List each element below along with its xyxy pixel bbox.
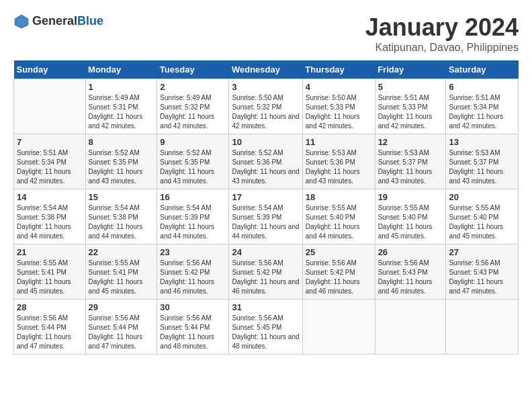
day-number: 19 xyxy=(378,192,443,202)
day-number: 30 xyxy=(160,302,226,312)
calendar-table: SundayMondayTuesdayWednesdayThursdayFrid… xyxy=(13,60,519,355)
calendar-cell: 4Sunrise: 5:50 AM Sunset: 5:33 PM Daylig… xyxy=(302,79,375,134)
calendar-week-row: 21Sunrise: 5:55 AM Sunset: 5:41 PM Dayli… xyxy=(14,244,519,300)
day-number: 21 xyxy=(17,247,83,257)
calendar-cell: 31Sunrise: 5:56 AM Sunset: 5:45 PM Dayli… xyxy=(229,300,302,355)
day-info: Sunrise: 5:54 AM Sunset: 5:39 PM Dayligh… xyxy=(160,203,226,241)
day-number: 15 xyxy=(89,192,154,202)
day-number: 8 xyxy=(89,137,154,147)
day-number: 12 xyxy=(378,137,443,147)
day-info: Sunrise: 5:55 AM Sunset: 5:40 PM Dayligh… xyxy=(306,203,372,241)
day-number: 18 xyxy=(306,192,372,202)
day-number: 11 xyxy=(306,137,372,147)
calendar-week-row: 28Sunrise: 5:56 AM Sunset: 5:44 PM Dayli… xyxy=(14,300,519,355)
day-info: Sunrise: 5:52 AM Sunset: 5:35 PM Dayligh… xyxy=(160,148,226,186)
day-info: Sunrise: 5:52 AM Sunset: 5:36 PM Dayligh… xyxy=(232,148,299,186)
day-header-friday: Friday xyxy=(375,60,446,79)
day-number: 23 xyxy=(160,247,226,257)
calendar-cell: 29Sunrise: 5:56 AM Sunset: 5:44 PM Dayli… xyxy=(85,300,157,355)
day-number: 4 xyxy=(306,82,372,92)
day-number: 5 xyxy=(378,82,443,92)
day-info: Sunrise: 5:56 AM Sunset: 5:43 PM Dayligh… xyxy=(449,259,515,296)
day-info: Sunrise: 5:52 AM Sunset: 5:35 PM Dayligh… xyxy=(89,148,154,186)
logo-text: GeneralBlue xyxy=(32,15,103,28)
calendar-cell: 9Sunrise: 5:52 AM Sunset: 5:35 PM Daylig… xyxy=(157,134,229,189)
calendar-cell: 28Sunrise: 5:56 AM Sunset: 5:44 PM Dayli… xyxy=(14,300,86,355)
calendar-cell: 13Sunrise: 5:53 AM Sunset: 5:37 PM Dayli… xyxy=(446,134,519,189)
day-number: 22 xyxy=(89,247,154,257)
calendar-cell: 27Sunrise: 5:56 AM Sunset: 5:43 PM Dayli… xyxy=(446,244,519,300)
calendar-cell: 18Sunrise: 5:55 AM Sunset: 5:40 PM Dayli… xyxy=(302,189,375,244)
day-number: 10 xyxy=(232,137,299,147)
day-info: Sunrise: 5:56 AM Sunset: 5:43 PM Dayligh… xyxy=(378,259,443,296)
calendar-cell: 21Sunrise: 5:55 AM Sunset: 5:41 PM Dayli… xyxy=(14,244,86,300)
day-info: Sunrise: 5:51 AM Sunset: 5:33 PM Dayligh… xyxy=(378,93,443,131)
day-info: Sunrise: 5:56 AM Sunset: 5:44 PM Dayligh… xyxy=(17,314,83,351)
calendar-cell: 19Sunrise: 5:55 AM Sunset: 5:40 PM Dayli… xyxy=(375,189,446,244)
calendar-cell: 25Sunrise: 5:56 AM Sunset: 5:42 PM Dayli… xyxy=(302,244,375,300)
calendar-week-row: 1Sunrise: 5:49 AM Sunset: 5:31 PM Daylig… xyxy=(14,79,519,134)
day-number: 14 xyxy=(17,192,83,202)
day-number: 16 xyxy=(160,192,226,202)
day-info: Sunrise: 5:56 AM Sunset: 5:45 PM Dayligh… xyxy=(232,314,299,351)
day-info: Sunrise: 5:50 AM Sunset: 5:32 PM Dayligh… xyxy=(232,93,299,131)
day-number: 7 xyxy=(17,137,83,147)
day-number: 26 xyxy=(378,247,443,257)
calendar-cell: 16Sunrise: 5:54 AM Sunset: 5:39 PM Dayli… xyxy=(157,189,229,244)
logo-icon xyxy=(13,13,30,30)
calendar-cell: 22Sunrise: 5:55 AM Sunset: 5:41 PM Dayli… xyxy=(85,244,157,300)
calendar-subtitle: Katipunan, Davao, Philippines xyxy=(365,42,519,54)
day-info: Sunrise: 5:50 AM Sunset: 5:33 PM Dayligh… xyxy=(306,93,372,131)
day-number: 9 xyxy=(160,137,226,147)
day-number: 20 xyxy=(449,192,515,202)
day-number: 2 xyxy=(160,82,226,92)
day-number: 29 xyxy=(89,302,154,312)
calendar-cell: 15Sunrise: 5:54 AM Sunset: 5:38 PM Dayli… xyxy=(85,189,157,244)
day-number: 6 xyxy=(449,82,515,92)
day-info: Sunrise: 5:56 AM Sunset: 5:44 PM Dayligh… xyxy=(89,314,154,351)
day-info: Sunrise: 5:56 AM Sunset: 5:42 PM Dayligh… xyxy=(160,259,226,296)
day-header-sunday: Sunday xyxy=(14,60,86,79)
day-info: Sunrise: 5:49 AM Sunset: 5:32 PM Dayligh… xyxy=(160,93,226,131)
calendar-cell: 5Sunrise: 5:51 AM Sunset: 5:33 PM Daylig… xyxy=(375,79,446,134)
calendar-cell: 7Sunrise: 5:51 AM Sunset: 5:34 PM Daylig… xyxy=(14,134,86,189)
day-info: Sunrise: 5:56 AM Sunset: 5:42 PM Dayligh… xyxy=(232,259,299,296)
day-info: Sunrise: 5:55 AM Sunset: 5:40 PM Dayligh… xyxy=(378,203,443,241)
day-number: 25 xyxy=(306,247,372,257)
day-info: Sunrise: 5:51 AM Sunset: 5:34 PM Dayligh… xyxy=(17,148,83,186)
calendar-cell: 14Sunrise: 5:54 AM Sunset: 5:38 PM Dayli… xyxy=(14,189,86,244)
calendar-cell: 8Sunrise: 5:52 AM Sunset: 5:35 PM Daylig… xyxy=(85,134,157,189)
day-info: Sunrise: 5:56 AM Sunset: 5:44 PM Dayligh… xyxy=(160,314,226,351)
logo-blue: Blue xyxy=(77,14,103,28)
day-info: Sunrise: 5:49 AM Sunset: 5:31 PM Dayligh… xyxy=(89,93,154,131)
day-info: Sunrise: 5:55 AM Sunset: 5:41 PM Dayligh… xyxy=(89,259,154,296)
calendar-cell: 17Sunrise: 5:54 AM Sunset: 5:39 PM Dayli… xyxy=(229,189,302,244)
calendar-cell xyxy=(14,79,86,134)
logo-general: General xyxy=(32,14,77,28)
day-info: Sunrise: 5:54 AM Sunset: 5:39 PM Dayligh… xyxy=(232,203,299,241)
day-number: 3 xyxy=(232,82,299,92)
calendar-cell: 10Sunrise: 5:52 AM Sunset: 5:36 PM Dayli… xyxy=(229,134,302,189)
calendar-cell: 26Sunrise: 5:56 AM Sunset: 5:43 PM Dayli… xyxy=(375,244,446,300)
calendar-cell: 24Sunrise: 5:56 AM Sunset: 5:42 PM Dayli… xyxy=(229,244,302,300)
calendar-cell: 30Sunrise: 5:56 AM Sunset: 5:44 PM Dayli… xyxy=(157,300,229,355)
calendar-cell: 1Sunrise: 5:49 AM Sunset: 5:31 PM Daylig… xyxy=(85,79,157,134)
calendar-cell xyxy=(375,300,446,355)
calendar-cell: 12Sunrise: 5:53 AM Sunset: 5:37 PM Dayli… xyxy=(375,134,446,189)
day-number: 31 xyxy=(232,302,299,312)
calendar-cell xyxy=(302,300,375,355)
calendar-cell: 23Sunrise: 5:56 AM Sunset: 5:42 PM Dayli… xyxy=(157,244,229,300)
title-section: January 2024 Katipunan, Davao, Philippin… xyxy=(365,13,519,54)
day-info: Sunrise: 5:54 AM Sunset: 5:38 PM Dayligh… xyxy=(17,203,83,241)
day-header-saturday: Saturday xyxy=(446,60,519,79)
calendar-cell xyxy=(446,300,519,355)
calendar-cell: 11Sunrise: 5:53 AM Sunset: 5:36 PM Dayli… xyxy=(302,134,375,189)
day-info: Sunrise: 5:56 AM Sunset: 5:42 PM Dayligh… xyxy=(306,259,372,296)
day-number: 1 xyxy=(89,82,154,92)
day-info: Sunrise: 5:55 AM Sunset: 5:41 PM Dayligh… xyxy=(17,259,83,296)
day-header-monday: Monday xyxy=(85,60,157,79)
day-header-tuesday: Tuesday xyxy=(157,60,229,79)
day-info: Sunrise: 5:54 AM Sunset: 5:38 PM Dayligh… xyxy=(89,203,154,241)
day-info: Sunrise: 5:53 AM Sunset: 5:37 PM Dayligh… xyxy=(378,148,443,186)
day-info: Sunrise: 5:51 AM Sunset: 5:34 PM Dayligh… xyxy=(449,93,515,131)
